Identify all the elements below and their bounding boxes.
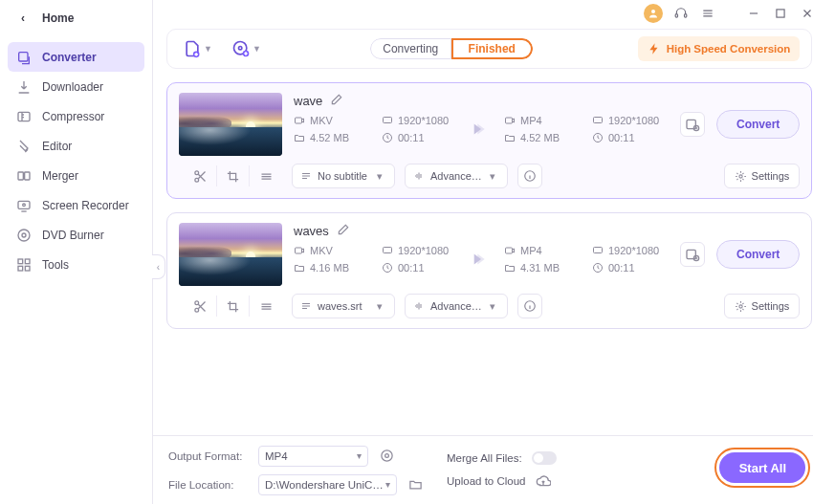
- tab-group: Converting Finished: [368, 36, 535, 61]
- crop-button[interactable]: [217, 296, 250, 317]
- dst-size: 4.31 MB: [520, 262, 560, 274]
- dst-resolution: 1920*1080: [608, 245, 659, 256]
- subtitle-dropdown[interactable]: waves.srt ▾: [292, 294, 395, 318]
- audio-track-dropdown[interactable]: Advanced Audi... ▾: [405, 294, 508, 318]
- video-icon: [294, 245, 305, 256]
- svg-rect-0: [19, 52, 28, 60]
- minimize-button[interactable]: [745, 5, 762, 22]
- screen-recorder-icon: [15, 197, 33, 214]
- merge-label: Merge All Files:: [447, 452, 522, 464]
- download-icon: [15, 78, 33, 96]
- start-all-button[interactable]: Start All: [719, 452, 805, 483]
- task-card: waves MKV 4.16 MB 1920*1080 00:11: [166, 212, 812, 329]
- convert-button[interactable]: Convert: [716, 240, 800, 269]
- sidebar-item-dvd-burner[interactable]: DVD Burner: [8, 220, 144, 250]
- support-icon[interactable]: [672, 5, 690, 22]
- subtitle-dropdown[interactable]: No subtitle ▾: [292, 164, 395, 188]
- sidebar-item-screen-recorder[interactable]: Screen Recorder: [8, 190, 144, 220]
- home-label: Home: [42, 11, 74, 25]
- svg-rect-8: [18, 259, 23, 264]
- collapse-sidebar-button[interactable]: ‹: [152, 254, 165, 279]
- svg-rect-33: [384, 248, 392, 253]
- svg-point-12: [651, 10, 655, 13]
- audio-value: Advanced Audi...: [430, 170, 484, 182]
- chevron-down-icon: ▾: [357, 450, 362, 461]
- tab-converting[interactable]: Converting: [370, 38, 451, 59]
- svg-rect-24: [594, 118, 603, 123]
- folder-icon: [504, 132, 516, 143]
- chevron-down-icon: ▾: [490, 170, 499, 183]
- subtitle-value: waves.srt: [318, 300, 371, 312]
- toolbar: ▼ ▼ Converting Finished High Speed Conve…: [166, 29, 812, 69]
- svg-point-7: [22, 233, 26, 237]
- sidebar-item-editor[interactable]: Editor: [8, 131, 144, 161]
- display-icon: [592, 115, 604, 126]
- high-speed-toggle[interactable]: High Speed Conversion: [638, 36, 801, 61]
- output-settings-button[interactable]: [680, 242, 705, 267]
- add-dvd-button[interactable]: ▼: [228, 35, 265, 62]
- more-button[interactable]: [250, 165, 282, 186]
- close-button[interactable]: [799, 5, 813, 22]
- open-folder-icon[interactable]: [406, 476, 424, 493]
- crop-button[interactable]: [217, 165, 250, 186]
- file-location-value: D:\Wondershare UniConverter 1: [265, 479, 385, 491]
- video-thumbnail[interactable]: [179, 93, 282, 156]
- menu-icon[interactable]: [699, 5, 716, 22]
- tab-finished[interactable]: Finished: [451, 38, 533, 59]
- app-root: ‹ Home Converter Downloader Compressor E…: [0, 0, 813, 504]
- svg-rect-3: [25, 172, 30, 180]
- svg-point-31: [738, 174, 741, 177]
- trim-button[interactable]: [185, 296, 217, 317]
- sidebar-item-downloader[interactable]: Downloader: [8, 72, 144, 101]
- sidebar-item-label: DVD Burner: [42, 229, 104, 242]
- file-name: waves: [294, 224, 329, 238]
- sidebar-item-compressor[interactable]: Compressor: [8, 101, 144, 131]
- maximize-button[interactable]: [772, 5, 789, 22]
- trim-button[interactable]: [185, 165, 217, 186]
- svg-rect-4: [18, 201, 30, 208]
- merge-toggle[interactable]: [532, 451, 557, 465]
- back-icon: ‹: [15, 11, 31, 25]
- src-size: 4.16 MB: [310, 262, 349, 274]
- more-button[interactable]: [250, 296, 282, 317]
- svg-rect-14: [685, 14, 687, 17]
- edit-name-icon[interactable]: [337, 223, 350, 239]
- home-nav[interactable]: ‹ Home: [0, 0, 152, 36]
- svg-rect-35: [506, 248, 513, 253]
- gear-icon: [735, 300, 747, 313]
- cloud-upload-icon[interactable]: [535, 472, 552, 490]
- sidebar-item-label: Merger: [42, 169, 78, 183]
- svg-rect-21: [384, 118, 392, 123]
- display-icon: [382, 245, 393, 256]
- edit-name-icon[interactable]: [330, 93, 343, 109]
- svg-point-45: [381, 450, 391, 461]
- compressor-icon: [15, 108, 33, 125]
- video-thumbnail[interactable]: [179, 223, 282, 286]
- high-speed-label: High Speed Conversion: [667, 43, 791, 55]
- media-info-button[interactable]: [517, 164, 542, 188]
- svg-rect-15: [777, 10, 784, 17]
- format-settings-icon[interactable]: [378, 448, 395, 465]
- sidebar-item-converter[interactable]: Converter: [8, 42, 144, 72]
- svg-point-41: [195, 308, 199, 312]
- user-avatar[interactable]: [644, 4, 663, 23]
- svg-rect-23: [506, 118, 513, 123]
- arrow-icon: [470, 249, 493, 270]
- sidebar-items: Converter Downloader Compressor Editor M…: [0, 36, 152, 279]
- svg-rect-11: [25, 266, 30, 271]
- item-settings-button[interactable]: Settings: [724, 164, 801, 188]
- file-location-dropdown[interactable]: D:\Wondershare UniConverter 1 ▾: [258, 474, 397, 495]
- sidebar-item-merger[interactable]: Merger: [8, 161, 144, 190]
- add-file-button[interactable]: ▼: [179, 35, 216, 62]
- file-name: wave: [294, 94, 322, 108]
- media-info-button[interactable]: [517, 294, 542, 318]
- output-settings-button[interactable]: [680, 112, 705, 137]
- convert-button[interactable]: Convert: [716, 110, 800, 139]
- sidebar-item-label: Downloader: [42, 80, 103, 94]
- output-format-dropdown[interactable]: MP4 ▾: [258, 446, 368, 467]
- chevron-down-icon: ▾: [490, 300, 499, 313]
- audio-track-dropdown[interactable]: Advanced Audi... ▾: [405, 164, 508, 188]
- item-settings-button[interactable]: Settings: [724, 294, 801, 318]
- content-list: wave MKV 4.52 MB 1920*1080 00:11: [153, 82, 813, 435]
- sidebar-item-tools[interactable]: Tools: [8, 250, 144, 279]
